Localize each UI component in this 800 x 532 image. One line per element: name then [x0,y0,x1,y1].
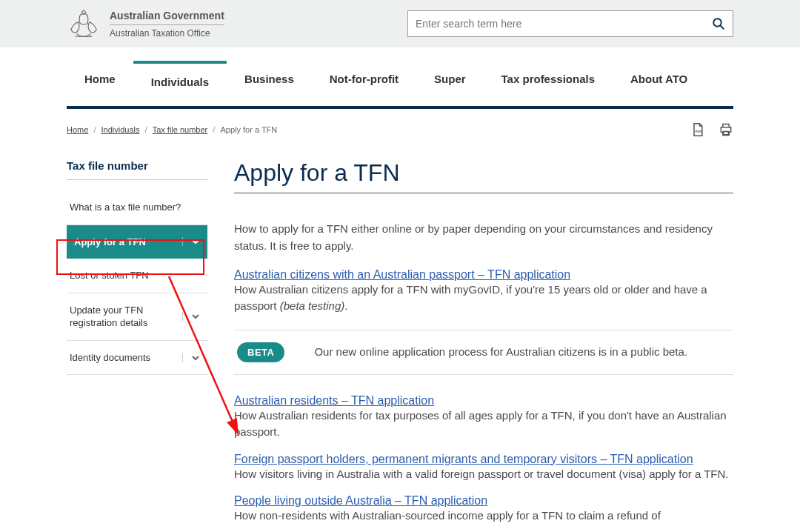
main-content: Apply for a TFN How to apply for a TFN e… [234,159,733,532]
breadcrumb-link[interactable]: Home [67,125,88,134]
content-link[interactable]: Australian residents – TFN application [234,394,434,407]
nav-item-not-for-profit[interactable]: Not-for-profit [312,64,416,106]
header-band: Australian Government Australian Taxatio… [0,0,800,47]
crest-icon [67,7,101,40]
sidebar: Tax file number What is a tax file numbe… [67,159,207,375]
page-tools: PDF [690,122,733,137]
brand-ato: Australian Taxation Office [110,24,224,39]
sidebar-item[interactable]: Lost or stolen TFN [67,259,207,293]
brand-gov: Australian Government [110,10,224,21]
breadcrumb-sep: / [143,125,150,134]
nav-item-about-ato[interactable]: About ATO [613,64,705,106]
sidebar-item[interactable]: Update your TFN registration details [67,293,207,341]
breadcrumb-current: Apply for a TFN [220,125,277,134]
page-title: Apply for a TFN [234,159,733,193]
svg-text:PDF: PDF [696,130,702,133]
breadcrumb-sep: / [91,125,98,134]
svg-line-1 [721,26,724,29]
page-intro: How to apply for a TFN either online or … [234,220,733,255]
content-link[interactable]: Australian citizens with an Australian p… [234,268,570,281]
search-icon[interactable] [712,17,725,30]
chevron-down-icon[interactable] [182,312,201,321]
sidebar-item-label: What is a tax file number? [70,201,201,214]
nav-item-individuals[interactable]: Individuals [133,61,227,106]
chevron-down-icon[interactable] [182,353,201,362]
sidebar-item[interactable]: What is a tax file number? [67,190,207,225]
sidebar-item-label: Lost or stolen TFN [70,269,201,282]
nav-item-business[interactable]: Business [227,64,312,106]
print-icon[interactable] [719,122,733,137]
beta-pill: BETA [237,342,284,362]
content-description: How Australian residents for tax purpose… [234,408,733,441]
sidebar-item-label: Update your TFN registration details [70,304,182,330]
content-description: How Australian citizens apply for a TFN … [234,282,733,315]
sidebar-item-label: Identity documents [70,351,182,365]
beta-callout: BETAOur new online application process f… [234,330,733,375]
sidebar-item[interactable]: Apply for a TFN [67,225,207,259]
nav-item-tax-professionals[interactable]: Tax professionals [484,64,613,106]
breadcrumb-link[interactable]: Tax file number [153,125,208,134]
content-description: How non-residents with Australian-source… [234,508,733,525]
nav-item-home[interactable]: Home [67,64,133,106]
chevron-down-icon[interactable] [182,237,201,246]
content-link[interactable]: Foreign passport holders, permanent migr… [234,453,693,465]
sidebar-item[interactable]: Identity documents [67,341,207,376]
search-input[interactable] [416,18,712,30]
sidebar-item-label: Apply for a TFN [74,236,182,249]
search-box[interactable] [407,10,733,37]
nav-item-super[interactable]: Super [416,64,484,106]
breadcrumb-link[interactable]: Individuals [101,125,140,134]
beta-text: Our new online application process for A… [314,344,687,360]
content-description: How visitors living in Australia with a … [234,466,733,483]
main-nav: HomeIndividualsBusinessNot-for-profitSup… [67,47,733,109]
sidebar-title: Tax file number [67,159,207,180]
brand: Australian Government Australian Taxatio… [67,7,224,40]
breadcrumb: Home / Individuals / Tax file number / A… [67,125,277,134]
pdf-icon[interactable]: PDF [690,122,705,137]
breadcrumb-sep: / [210,125,217,134]
content-link[interactable]: People living outside Australia – TFN ap… [234,494,487,507]
breadcrumb-row: Home / Individuals / Tax file number / A… [67,122,733,137]
